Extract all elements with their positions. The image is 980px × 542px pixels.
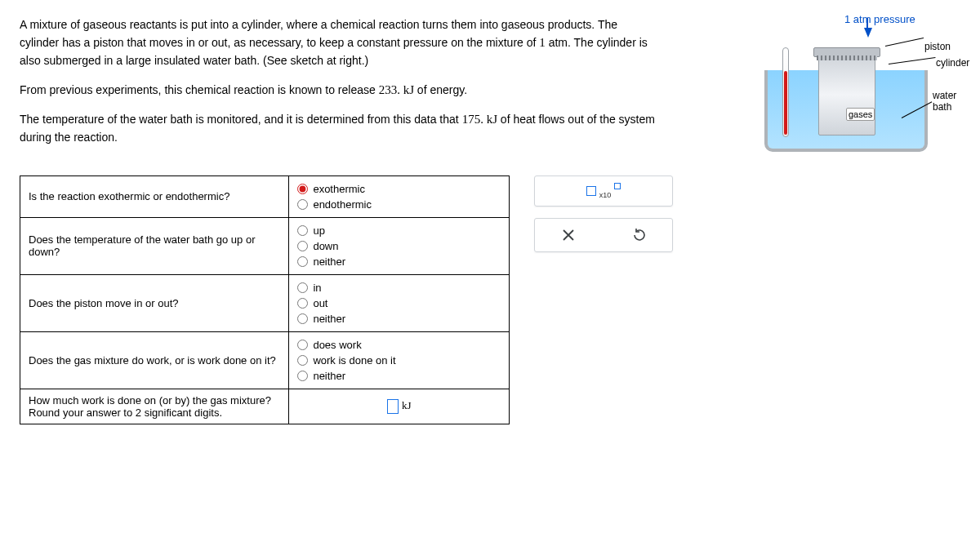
reset-icon [632,228,647,242]
x10-label: x10 [599,191,612,199]
leader-line [885,38,924,47]
answers-5: kJ [289,389,510,424]
question-3: Does the piston move in or out? [20,274,289,331]
piston-label: piston [924,41,951,52]
thermometer-graphic [782,47,789,137]
radio-neither-work[interactable]: neither [297,368,501,384]
radio-in[interactable]: in [297,280,501,295]
question-5: How much work is done on (or by) the gas… [20,389,289,424]
question-table: Is the reaction exothermic or endothermi… [20,175,510,424]
problem-sketch: 1 atm pressure piston cylinder water bat… [761,10,973,157]
answers-2: up down neither [289,217,510,274]
radio-work-done-on-it[interactable]: work is done on it [297,353,501,368]
answers-4: does work work is done on it neither [289,331,510,389]
radio-exothermic[interactable]: exothermic [297,181,501,197]
tool-panel: x10 [534,175,673,252]
radio-endothermic[interactable]: endothermic [297,197,501,212]
piston-ridges-graphic [817,56,877,60]
cylinder-graphic [818,54,875,136]
leader-line [889,57,936,64]
problem-paragraph-3: The temperature of the water bath is mon… [20,110,657,146]
exponent-tool[interactable]: x10 [534,175,673,207]
box-icon [586,186,596,196]
question-4: Does the gas mixture do work, or is work… [20,331,289,389]
gases-label: gases [846,108,875,121]
work-unit: kJ [402,399,412,411]
answers-3: in out neither [289,274,510,331]
problem-paragraph-2: From previous experiments, this chemical… [20,81,657,100]
radio-down[interactable]: down [297,238,501,254]
radio-neither-piston[interactable]: neither [297,311,501,327]
radio-does-work[interactable]: does work [297,337,501,353]
clear-button[interactable] [560,227,577,243]
atm-pressure-label: 1 atm pressure [844,13,915,25]
work-input[interactable] [387,399,399,414]
question-1: Is the reaction exothermic or endothermi… [20,175,289,217]
question-2: Does the temperature of the water bath g… [20,217,289,274]
answers-1: exothermic endothermic [289,175,510,217]
pressure-arrow-head [864,28,872,38]
cylinder-label: cylinder [936,57,969,69]
radio-neither-temp[interactable]: neither [297,254,501,269]
water-bath-label: water bath [933,90,973,113]
problem-paragraph-1: A mixture of gaseous reactants is put in… [20,16,657,69]
radio-out[interactable]: out [297,295,501,311]
exponent-box-icon [614,183,621,189]
action-buttons [534,218,673,252]
x-icon [562,229,575,242]
reset-button[interactable] [631,227,648,243]
radio-up[interactable]: up [297,223,501,238]
